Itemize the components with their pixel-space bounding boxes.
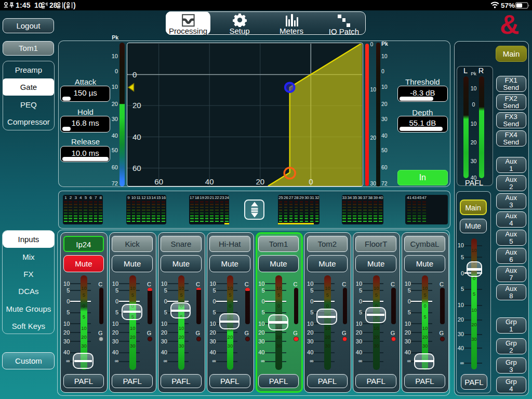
svg-text:40: 40	[205, 177, 214, 186]
svg-text:60: 60	[155, 177, 164, 186]
svg-text:0: 0	[132, 70, 137, 78]
svg-text:60: 60	[132, 163, 141, 172]
svg-text:0: 0	[309, 177, 313, 186]
svg-text:20: 20	[132, 101, 141, 110]
svg-text:40: 40	[132, 132, 141, 141]
svg-text:20: 20	[256, 177, 265, 186]
